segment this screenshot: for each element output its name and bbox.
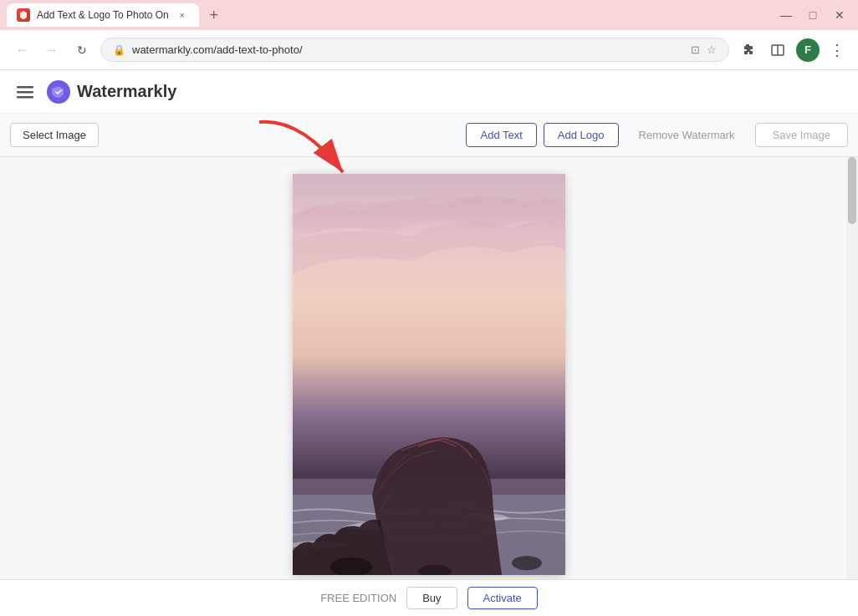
- hamburger-menu-button[interactable]: [13, 80, 37, 104]
- split-view-button[interactable]: [766, 38, 789, 62]
- cast-icon: ⊡: [691, 43, 700, 56]
- scrollbar-thumb[interactable]: [848, 157, 856, 224]
- add-text-button[interactable]: Add Text: [466, 123, 536, 147]
- svg-rect-3: [17, 91, 33, 94]
- activate-button[interactable]: Activate: [467, 587, 538, 609]
- bottom-bar: FREE EDITION Buy Activate: [0, 579, 858, 616]
- extension-button[interactable]: [736, 38, 759, 62]
- edition-label: FREE EDITION: [320, 592, 396, 604]
- active-tab[interactable]: Add Text & Logo To Photo On ×: [7, 3, 199, 27]
- tab-label: Add Text & Logo To Photo On: [37, 9, 169, 21]
- maximize-button[interactable]: □: [801, 3, 825, 27]
- profile-button[interactable]: F: [796, 38, 820, 62]
- minimize-button[interactable]: —: [774, 3, 798, 27]
- close-button[interactable]: ✕: [828, 3, 851, 27]
- browser-menu-button[interactable]: ⋮: [826, 38, 848, 63]
- svg-rect-4: [17, 96, 33, 99]
- svg-rect-2: [17, 86, 33, 89]
- canvas-area: [0, 157, 858, 579]
- buy-button[interactable]: Buy: [406, 587, 457, 609]
- reload-button[interactable]: ↻: [70, 38, 94, 62]
- tab-close-button[interactable]: ×: [176, 8, 189, 22]
- add-logo-button[interactable]: Add Logo: [544, 123, 619, 147]
- title-bar: Add Text & Logo To Photo On × + — □ ✕: [0, 0, 858, 30]
- photo-background: [293, 174, 565, 575]
- svg-point-10: [512, 556, 542, 570]
- lock-icon: 🔒: [113, 44, 125, 56]
- star-icon: ☆: [707, 43, 717, 56]
- url-text: watermarkly.com/add-text-to-photo/: [132, 43, 684, 56]
- logo-shield-icon: [47, 80, 70, 104]
- forward-button[interactable]: →: [40, 38, 64, 62]
- photo-canvas[interactable]: [293, 174, 565, 575]
- vertical-scrollbar[interactable]: [846, 157, 858, 579]
- window-controls: — □ ✕: [774, 3, 851, 27]
- app-wrapper: Watermarkly Select Image Add Text Add Lo…: [0, 70, 858, 616]
- app-title: Watermarkly: [77, 82, 176, 101]
- toolbar: Select Image Add Text Add Logo Remove Wa…: [0, 114, 858, 157]
- save-image-button[interactable]: Save Image: [755, 123, 848, 147]
- new-tab-button[interactable]: +: [202, 3, 226, 27]
- tab-favicon: [17, 8, 30, 22]
- tab-group: Add Text & Logo To Photo On × +: [7, 3, 771, 27]
- back-button[interactable]: ←: [10, 38, 33, 62]
- address-bar: ← → ↻ 🔒 watermarkly.com/add-text-to-phot…: [0, 30, 858, 70]
- app-logo: Watermarkly: [47, 80, 176, 104]
- select-image-button[interactable]: Select Image: [10, 123, 99, 147]
- url-bar[interactable]: 🔒 watermarkly.com/add-text-to-photo/ ⊡ ☆: [100, 38, 729, 62]
- remove-watermark-button[interactable]: Remove Watermark: [626, 124, 748, 146]
- app-header: Watermarkly: [0, 70, 858, 114]
